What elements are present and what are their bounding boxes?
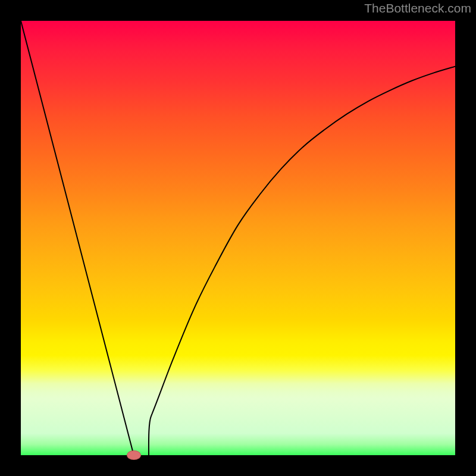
bottleneck-curve	[21, 21, 455, 455]
optimal-point-marker	[127, 450, 141, 460]
attribution-text: TheBottleneck.com	[364, 1, 471, 15]
chart-container: TheBottleneck.com	[0, 0, 476, 476]
plot-area	[21, 21, 455, 455]
curve-layer	[21, 21, 455, 455]
